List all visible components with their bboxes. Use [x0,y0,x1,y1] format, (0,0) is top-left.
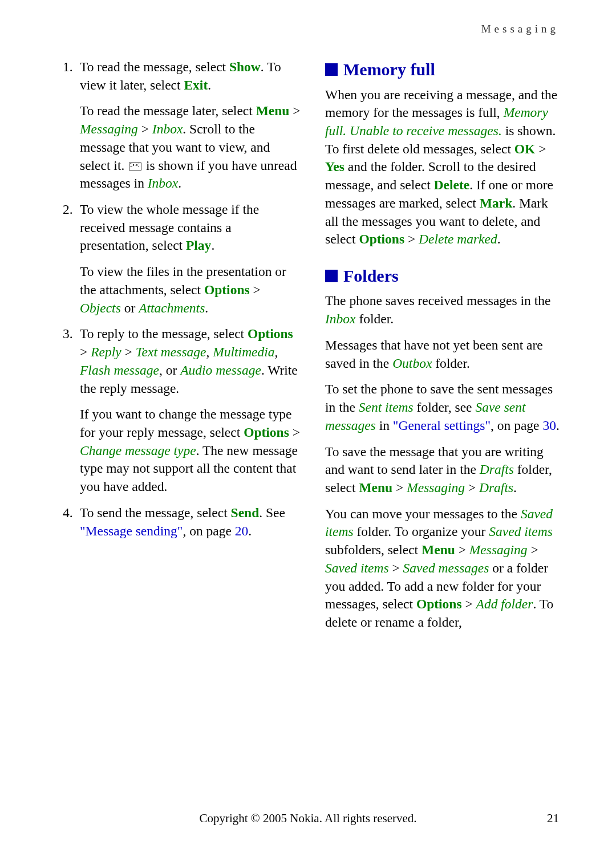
page-ref[interactable]: 20 [235,523,249,538]
ui-label: Options [416,596,462,611]
text: . See [259,505,285,520]
text: in [376,418,393,433]
ui-label: Options [204,282,250,297]
square-bullet-icon [325,63,338,76]
text: , on page [491,418,542,433]
text: > [404,231,419,246]
ui-label: OK [514,141,536,156]
text: . [248,523,252,538]
text: > [121,344,136,359]
xref-link[interactable]: "General settings" [393,418,491,433]
text: You can move your messages to the [325,506,521,521]
list-item: 4. To send the message, select Send. See… [63,504,302,540]
ui-path: Delete marked [419,231,497,246]
ui-path: Audio message [180,363,261,377]
text: , or [159,363,180,377]
text: , on page [183,523,234,538]
square-bullet-icon [325,270,338,282]
ui-path: Outbox [392,356,432,371]
ui-label: Delete [434,177,470,192]
text: > [462,596,476,611]
text: > [392,480,407,495]
ui-label: Menu [359,480,392,495]
text: > [289,425,300,440]
text: > [289,103,300,118]
ui-path: Objects [80,300,121,315]
text: . [208,78,211,92]
ui-path: Saved messages [403,560,489,575]
text: > [528,542,538,557]
ui-path: Add folder [476,596,533,611]
list-num: 1. [63,58,80,193]
list-num: 4. [63,504,80,540]
ui-path: Inbox [148,176,179,190]
ui-label: Options [359,231,404,246]
ui-path: Flash message [80,363,159,377]
ui-path: Messaging [407,480,465,495]
ui-path: Saved items [325,560,389,575]
heading-text: Memory full [343,58,435,82]
ui-label: Show [229,59,261,74]
ui-label: Options [248,326,293,341]
ui-label: Send [231,505,260,520]
text: folder. [356,311,394,326]
text: or [121,300,139,315]
text: To view the whole message if the receive… [80,202,259,253]
list-num: 2. [63,201,80,317]
text: , [206,344,213,359]
ui-label: Menu [256,103,290,118]
text: The phone saves received messages in the [325,293,550,308]
ui-label: Play [186,238,211,253]
text: To send the message, select [80,505,231,520]
text: To read the message later, select [80,103,256,118]
text: > [465,480,479,495]
text: . [211,238,214,253]
text: > [250,282,261,297]
right-column: Memory full When you are receiving a mes… [325,58,565,640]
ui-path: Drafts [479,480,513,495]
list-item: 2. To view the whole message if the rece… [63,201,302,317]
section-heading: Memory full [325,58,565,82]
ui-path: Messaging [469,542,528,557]
text: folder, see [414,400,476,415]
ui-path: Text message [136,344,206,359]
envelope-icon [129,163,141,170]
text: . [497,231,501,246]
list-num: 3. [63,325,80,495]
text: To read the message, select [80,59,229,74]
text: > [138,121,152,136]
text: folder. To organize your [354,524,489,539]
ui-path: Inbox [152,121,183,136]
ui-label: Menu [422,542,455,557]
list-item: 1. To read the message, select Show. To … [63,58,302,193]
ui-label: Yes [325,159,345,174]
text: To reply to the message, select [80,326,248,341]
ui-label: Exit [184,78,208,92]
ui-label: Options [244,425,289,440]
page-ref[interactable]: 30 [542,418,556,433]
text: folder. [432,356,470,371]
heading-text: Folders [343,265,399,288]
text: > [455,542,469,557]
section-heading: Folders [325,265,565,288]
text: > [80,344,91,359]
ui-path: Drafts [480,462,514,477]
ui-path: Multimedia [213,344,274,359]
ui-path: Reply [91,344,121,359]
ui-path: Sent items [359,400,414,415]
text: > [389,560,403,575]
page-header: Messaging [63,23,565,35]
text: . [205,300,208,315]
text: > [535,141,546,156]
list-item: 3. To reply to the message, select Optio… [63,325,302,495]
copyright-footer: Copyright © 2005 Nokia. All rights reser… [0,811,616,826]
text: . [178,176,181,190]
ui-path: Attachments [139,300,205,315]
xref-link[interactable]: "Message sending" [80,523,183,538]
ui-path: Saved items [489,524,553,539]
page-number: 21 [547,811,559,826]
ui-path: Messaging [80,121,138,136]
ui-label: Mark [480,196,512,210]
ui-path: Inbox [325,311,356,326]
ui-path: Change message type [80,443,196,458]
